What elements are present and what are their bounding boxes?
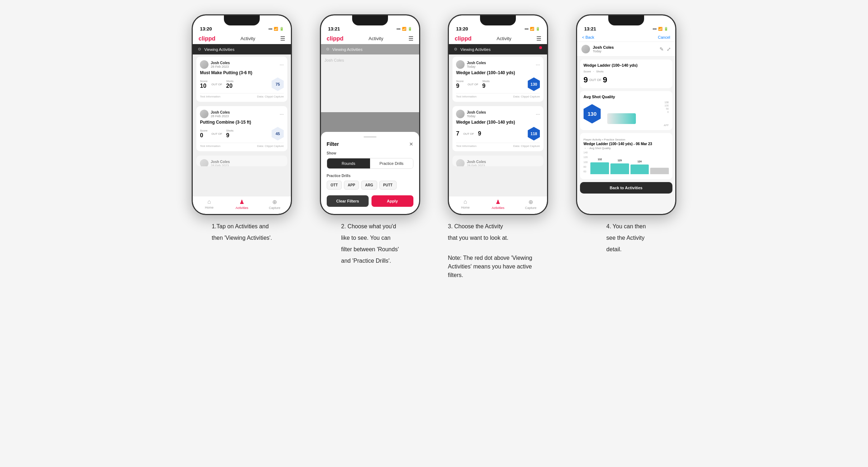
close-icon-modal[interactable]: ✕ <box>409 141 413 147</box>
screen-content-1: ⚙ Viewing Activities Josh Coles 28 Feb 2… <box>193 44 291 196</box>
filter-modal-overlay: Filter ✕ Show Rounds Practice Drills Pra… <box>321 112 419 214</box>
status-bar-1: 13:20 ▪▪▪ 📶 🔋 <box>193 15 291 33</box>
card-dots-1[interactable]: ··· <box>280 62 284 67</box>
bar-1: 132 <box>590 162 609 174</box>
nav-activities-3[interactable]: ♟ Activities <box>482 199 514 210</box>
card-footer-1: Test Information Data: Clippd Capture <box>200 93 284 98</box>
detail-score-big: 9 OUT OF 9 <box>584 75 669 85</box>
nav-title-3: Activity <box>497 36 511 41</box>
logo-1: clippd <box>198 35 215 42</box>
signal-icon-3: ▪▪▪ <box>525 27 529 31</box>
apply-btn[interactable]: Apply <box>371 195 413 207</box>
menu-icon-1[interactable]: ☰ <box>280 35 285 42</box>
card-dots-s3-2[interactable]: ··· <box>536 111 540 117</box>
nav-home-1[interactable]: ⌂ Home <box>193 199 225 210</box>
filter-icon-3: ⚙ <box>454 47 457 52</box>
user-name-2: Josh Coles <box>211 110 230 114</box>
y-axis: 140 120 100 80 60 <box>584 151 589 173</box>
card-stats-1: Score 10 OUT OF Shots 20 75 <box>200 77 284 91</box>
clear-filters-btn[interactable]: Clear Filters <box>327 195 369 207</box>
bottom-nav-3: ⌂ Home ♟ Activities ⊕ Capture <box>449 196 547 214</box>
battery-icon-2: 🔋 <box>408 27 412 31</box>
card-dots-2[interactable]: ··· <box>280 111 284 117</box>
step3-card-3[interactable]: Josh Coles 28 Feb 2023 <box>452 156 543 166</box>
activity-card-2[interactable]: Josh Coles 28 Feb 2023 ··· Putting Combi… <box>196 106 287 151</box>
mini-sparkline <box>607 113 636 124</box>
drill-btn-app[interactable]: APP <box>344 181 359 190</box>
status-time-4: 13:21 <box>584 26 596 32</box>
cancel-btn[interactable]: Cancel <box>658 35 670 39</box>
toggle-rounds[interactable]: Rounds <box>327 158 370 168</box>
detail-back-bar: < Back Cancel <box>577 33 675 42</box>
step-4-description: 4. You can then see the Activity detail. <box>606 222 646 257</box>
show-label: Show <box>327 151 413 155</box>
drill-btn-arg[interactable]: ARG <box>361 181 377 190</box>
expand-icon[interactable]: ⤢ <box>667 46 671 52</box>
viewing-bar-3[interactable]: ⚙ Viewing Activities <box>449 44 547 54</box>
arrow-avg-icon: → ·· <box>584 147 589 150</box>
nav-bar-3: clippd Activity ☰ <box>449 33 547 44</box>
hex-sq-big: 130 <box>584 104 601 124</box>
activity-card-1[interactable]: Josh Coles 28 Feb 2023 ··· Must Make Put… <box>196 57 287 102</box>
status-icons-2: ▪▪▪ 📶 🔋 <box>397 27 412 31</box>
sq-badge-s3-2: 118 <box>528 127 540 140</box>
home-icon-1: ⌂ <box>207 199 211 205</box>
capture-icon-3: ⊕ <box>528 199 533 205</box>
step-1-description: 1.Tap on Activities and then 'Viewing Ac… <box>212 222 272 245</box>
nav-home-3[interactable]: ⌂ Home <box>449 199 481 210</box>
sq-badge-s3-1: 130 <box>528 77 540 91</box>
detail-user-row: Josh Coles Today ✎ ⤢ <box>577 42 675 57</box>
bg-content-2: ⚙ Viewing Activities Josh Coles <box>321 44 419 66</box>
step3-card-2[interactable]: Josh Coles Today ··· Wedge Ladder (100–1… <box>452 106 543 151</box>
filter-icon-1: ⚙ <box>198 47 201 52</box>
screen-content-2: ⚙ Viewing Activities Josh Coles Filter <box>321 44 419 214</box>
drill-btn-putt[interactable]: PUTT <box>379 181 397 190</box>
detail-session-card: Player Activity • Practice Session Wedge… <box>580 133 672 179</box>
user-date-2: 28 Feb 2023 <box>211 114 230 118</box>
viewing-bar-text-3: Viewing Activities <box>460 47 490 52</box>
toggle-practice-drills[interactable]: Practice Drills <box>370 158 413 168</box>
practice-drills-label: Practice Drills <box>327 174 413 178</box>
phone-3: 13:20 ▪▪▪ 📶 🔋 clippd Activity ☰ ⚙ Viewi <box>448 14 548 215</box>
capture-icon-1: ⊕ <box>272 199 277 205</box>
bar-2: 129 <box>610 163 629 174</box>
drill-btn-ott[interactable]: OTT <box>327 181 342 190</box>
card-user-info-1: Josh Coles 28 Feb 2023 <box>200 60 230 69</box>
logo-2: clippd <box>327 35 344 42</box>
wifi-icon-4: 📶 <box>658 27 662 31</box>
modal-title: Filter <box>327 141 339 147</box>
viewing-bar-1[interactable]: ⚙ Viewing Activities <box>193 44 291 54</box>
nav-capture-1[interactable]: ⊕ Capture <box>258 199 291 210</box>
avatar-2 <box>200 110 208 118</box>
step3-card-1[interactable]: Josh Coles Today ··· Wedge Ladder (100–1… <box>452 57 543 102</box>
bar-4 <box>650 168 669 174</box>
phone-1-screen: 13:20 ▪▪▪ 📶 🔋 clippd Activity ☰ <box>193 15 291 214</box>
detail-sq-card: Avg Shot Quality 130 130 100 <box>580 91 672 130</box>
status-time-2: 13:21 <box>328 26 340 32</box>
card-dots-s3-1[interactable]: ··· <box>536 62 540 67</box>
nav-capture-3[interactable]: ⊕ Capture <box>514 199 547 210</box>
nav-bar-2: clippd Activity ☰ <box>321 33 419 44</box>
card-footer-2: Test Information Data: Clippd Capture <box>200 143 284 148</box>
back-activities-btn[interactable]: Back to Activities <box>580 182 672 194</box>
activities-icon-1: ♟ <box>239 199 244 205</box>
card-stats-2: Score 0 OUT OF Shots 9 45 <box>200 127 284 140</box>
nav-activities-1[interactable]: ♟ Activities <box>226 199 258 210</box>
card-user-row-1: Josh Coles 28 Feb 2023 ··· <box>200 60 284 69</box>
menu-icon-3[interactable]: ☰ <box>536 35 541 42</box>
signal-icon: ▪▪▪ <box>269 27 273 31</box>
menu-icon-2[interactable]: ☰ <box>408 35 413 42</box>
step-4-col: 13:21 ▪▪▪ 📶 🔋 < Back Cancel <box>567 14 685 282</box>
stat-score-1: Score 10 <box>200 80 207 89</box>
detail-content: Wedge Ladder (100–140 yds) Score · Shots… <box>577 57 675 214</box>
status-bar-4: 13:21 ▪▪▪ 📶 🔋 <box>577 15 675 33</box>
avatar-1 <box>200 60 208 69</box>
viewing-bar-2-bg: ⚙ Viewing Activities <box>321 44 419 54</box>
activity-card-3[interactable]: Josh Coles 28 Feb 2023 <box>196 156 287 166</box>
page-container: 13:20 ▪▪▪ 📶 🔋 clippd Activity ☰ <box>183 14 685 282</box>
home-icon-3: ⌂ <box>464 199 467 205</box>
edit-icon[interactable]: ✎ <box>660 46 664 52</box>
battery-icon: 🔋 <box>279 27 284 31</box>
activities-icon-3: ♟ <box>495 199 500 205</box>
back-btn[interactable]: < Back <box>582 35 594 39</box>
